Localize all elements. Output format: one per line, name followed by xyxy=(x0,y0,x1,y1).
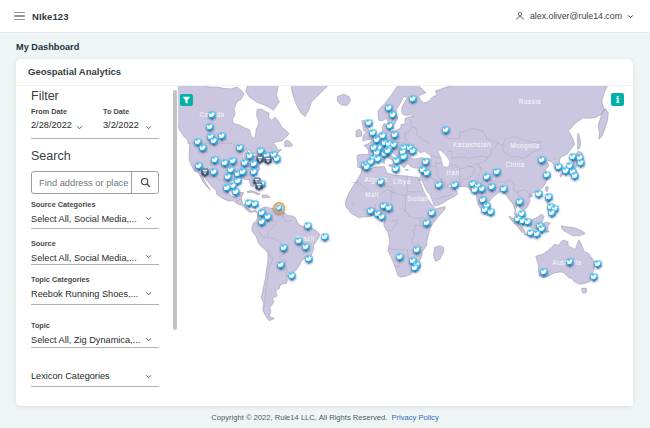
divider xyxy=(31,347,159,348)
to-date-select[interactable]: To Date 3/2/2022 xyxy=(103,107,139,130)
brand-title: NIke123 xyxy=(32,11,69,22)
lexicon-categories-select[interactable]: Lexicon Categories xyxy=(31,371,159,381)
chevron-down-icon xyxy=(145,215,152,222)
search-box xyxy=(31,171,159,194)
chevron-down-icon xyxy=(145,336,152,343)
from-date-value: 2/28/2022 xyxy=(31,120,72,130)
to-date-value: 3/2/2022 xyxy=(103,120,139,130)
user-menu[interactable]: alex.oliver@rule14.com xyxy=(515,0,634,32)
map-area[interactable]: CanadaRussiaKazakhstanMongoliaChinaIranL… xyxy=(178,86,633,406)
menu-icon[interactable] xyxy=(14,12,25,21)
divider xyxy=(31,138,159,139)
chevron-down-icon xyxy=(145,373,152,380)
divider xyxy=(31,304,159,305)
top-header: NIke123 alex.oliver@rule14.com xyxy=(0,0,650,33)
world-map: CanadaRussiaKazakhstanMongoliaChinaIranL… xyxy=(178,86,633,406)
user-icon xyxy=(515,11,525,21)
panel-scrollbar xyxy=(173,87,177,405)
chevron-down-icon xyxy=(145,253,152,260)
date-filters: From Date 2/28/2022 To Date 3/2/2022 xyxy=(31,107,159,133)
map-filter-button[interactable] xyxy=(180,94,193,106)
search-heading: Search xyxy=(31,149,159,163)
field-source: Source Select All, Social Media,... xyxy=(31,239,159,263)
country-label: Russia xyxy=(519,98,541,105)
search-button[interactable] xyxy=(131,172,158,193)
country-label: Iran xyxy=(447,169,460,176)
country-label: Libya xyxy=(393,178,411,186)
country-label: Sudan xyxy=(408,195,429,202)
divider xyxy=(31,386,159,387)
alert-marker[interactable] xyxy=(274,203,284,213)
from-date-label: From Date xyxy=(31,107,72,116)
field-topic: Topic Select All, Zig Dynamica,... xyxy=(31,321,159,345)
chevron-down-icon xyxy=(145,290,152,297)
privacy-policy-link[interactable]: Privacy Policy xyxy=(391,413,438,422)
search-input[interactable] xyxy=(32,172,131,193)
country-label: Kazakhstan xyxy=(453,141,491,148)
country-label: Mongolia xyxy=(510,142,540,150)
scrollbar-thumb[interactable] xyxy=(173,90,177,330)
funnel-icon xyxy=(182,96,191,105)
field-topic-categories: Topic Categories Reebok Running Shoes,..… xyxy=(31,275,159,299)
filter-heading: Filter xyxy=(31,89,159,103)
tab-my-dashboard[interactable]: My Dashboard xyxy=(16,42,79,52)
map-info-button[interactable]: i xyxy=(611,93,624,106)
divider xyxy=(31,228,159,229)
copyright-text: Copyright © 2022, Rule14 LLC, All Rights… xyxy=(211,413,387,422)
filter-panel: Filter From Date 2/28/2022 To Date 3/2/2… xyxy=(31,85,160,405)
chevron-down-icon xyxy=(627,13,634,20)
search-icon xyxy=(140,177,151,188)
user-email: alex.oliver@rule14.com xyxy=(530,11,622,21)
field-source-categories: Source Categories Select All, Social Med… xyxy=(31,200,159,224)
from-date-select[interactable]: From Date 2/28/2022 xyxy=(31,107,72,130)
to-date-label: To Date xyxy=(103,107,139,116)
widget-title: Geospatial Analytics xyxy=(28,66,121,77)
divider xyxy=(31,264,159,265)
dashboard-card: Geospatial Analytics Filter From Date 2/… xyxy=(16,59,633,406)
chevron-down-icon xyxy=(145,124,152,131)
country-label: Mali xyxy=(365,191,379,198)
page-footer: Copyright © 2022, Rule14 LLC, All Rights… xyxy=(0,406,650,428)
chevron-down-icon xyxy=(76,124,83,131)
country-label: China xyxy=(506,161,525,168)
